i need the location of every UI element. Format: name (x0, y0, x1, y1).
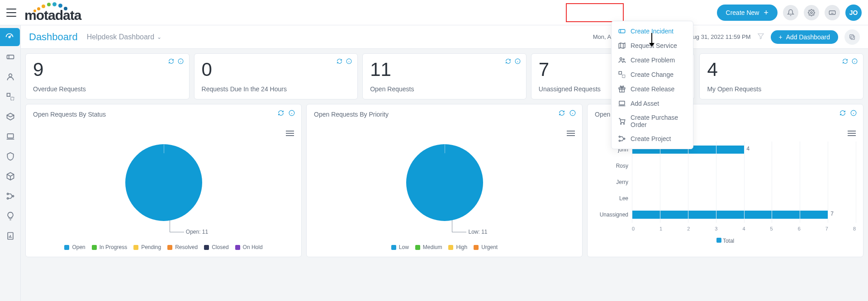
legend-item[interactable]: Closed (204, 244, 228, 250)
settings-button[interactable] (804, 5, 819, 20)
sidebar-item-security[interactable] (1, 147, 20, 165)
plus-icon: + (779, 33, 783, 41)
legend-item[interactable]: Pending (133, 244, 161, 250)
change-icon (618, 71, 626, 79)
svg-rect-8 (622, 75, 625, 78)
dropdown-item[interactable]: Create Problem (612, 53, 693, 67)
panel-menu-button[interactable] (286, 131, 294, 136)
svg-point-6 (623, 59, 624, 60)
nodes-icon (618, 135, 626, 143)
info-icon (178, 58, 184, 64)
axis-tick: 1 (659, 226, 662, 231)
kpi-label: Requests Due In the 24 Hours (202, 85, 351, 93)
panel-priority: Open Requests By Priority Low: 11 LowMed… (306, 104, 583, 257)
axis-tick: 6 (798, 226, 801, 231)
legend-status: OpenIn ProgressPendingResolvedClosedOn H… (33, 244, 294, 250)
svg-rect-4 (619, 29, 625, 33)
duplicate-button[interactable] (844, 29, 860, 45)
create-dropdown: Create IncidentRequest ServiceCreate Pro… (611, 21, 693, 149)
svg-point-23 (7, 198, 8, 199)
panel-menu-button[interactable] (848, 131, 856, 136)
nodes-icon (6, 192, 15, 201)
legend-item-label: In Progress (100, 244, 127, 250)
svg-point-15 (619, 140, 620, 141)
dropdown-item-label: Create Project (631, 135, 671, 142)
notifications-button[interactable] (783, 5, 798, 20)
sidebar-item-users[interactable] (1, 68, 20, 86)
legend-item[interactable]: Medium (415, 244, 442, 250)
bar-row-label: Jerry (595, 179, 632, 185)
gift-icon (618, 85, 626, 93)
dropdown-item[interactable]: Add Asset (612, 96, 693, 111)
brand-logo: motadata (24, 2, 81, 23)
refresh-icon (559, 110, 565, 116)
legend-item[interactable]: Resolved (167, 244, 198, 250)
refresh-button[interactable] (168, 58, 174, 66)
dropdown-item[interactable]: Create Release (612, 82, 693, 96)
info-button[interactable] (289, 110, 295, 118)
kpi-card[interactable]: 11Open Requests (362, 53, 526, 99)
svg-point-12 (621, 123, 621, 124)
filter-button[interactable] (757, 33, 764, 41)
arrow-down-icon (648, 33, 656, 47)
sidebar-item-knowledge[interactable] (1, 207, 20, 225)
info-button[interactable] (178, 58, 184, 66)
panel-menu-button[interactable] (567, 131, 575, 136)
slice-label: Low: 11 (468, 229, 487, 235)
dropdown-item-label: Add Asset (631, 100, 659, 107)
keyboard-button[interactable] (825, 5, 840, 20)
legend-item[interactable]: On Hold (235, 244, 263, 250)
sidebar-item-change[interactable] (1, 88, 20, 106)
sidebar-item-release[interactable] (1, 108, 20, 126)
info-icon (569, 110, 576, 116)
legend-item-label: Medium (423, 244, 442, 250)
refresh-button[interactable] (505, 58, 511, 66)
kpi-value: 4 (707, 60, 856, 79)
legend-item[interactable]: In Progress (92, 244, 127, 250)
info-button[interactable] (515, 58, 521, 66)
legend-item[interactable]: Urgent (474, 244, 498, 250)
svg-point-0 (811, 12, 812, 14)
refresh-button[interactable] (337, 58, 342, 66)
sidebar-item-dashboard[interactable] (0, 28, 20, 46)
kpi-card[interactable]: 9Overdue Requests (25, 53, 190, 99)
sidebar-item-reports[interactable] (1, 227, 20, 245)
svg-point-22 (7, 193, 8, 194)
info-icon (289, 110, 295, 116)
info-button[interactable] (850, 110, 857, 118)
panel-title: Open Requests By Priority (314, 111, 575, 118)
bar-row: Jerry (595, 174, 856, 190)
legend-item-label: On Hold (243, 244, 263, 250)
refresh-button[interactable] (559, 110, 565, 118)
kpi-value: 9 (33, 60, 182, 79)
sidebar-item-workflow[interactable] (1, 187, 20, 205)
info-button[interactable] (569, 110, 576, 118)
legend-item[interactable]: High (448, 244, 467, 250)
svg-point-13 (623, 123, 624, 124)
legend-item[interactable]: Open (64, 244, 85, 250)
dropdown-item[interactable]: Create Project (612, 132, 693, 146)
info-button[interactable] (346, 58, 352, 66)
dropdown-item[interactable]: Create Purchase Order (612, 111, 693, 132)
refresh-button[interactable] (278, 110, 284, 118)
refresh-button[interactable] (842, 58, 848, 66)
sidebar-item-tickets[interactable] (1, 48, 20, 66)
sidebar-item-cmdb[interactable] (1, 167, 20, 185)
kpi-label: Open Requests (370, 85, 519, 93)
user-avatar[interactable]: JO (845, 5, 862, 21)
dropdown-item[interactable]: Create Change (612, 67, 693, 82)
info-button[interactable] (852, 58, 858, 66)
create-new-label: Create New (726, 9, 759, 16)
legend-item[interactable]: Low (391, 244, 409, 250)
dashboard-selector[interactable]: Helpdesk Dashboard ⌄ (87, 33, 161, 41)
menu-toggle[interactable] (6, 9, 16, 17)
cube-icon (6, 172, 15, 181)
refresh-button[interactable] (840, 110, 846, 118)
kpi-card[interactable]: 0Requests Due In the 24 Hours (194, 53, 358, 99)
kpi-card[interactable]: 4My Open Requests (699, 53, 863, 99)
change-icon (6, 92, 15, 101)
panel-status: Open Requests By Status Open: 11 OpenIn … (25, 104, 302, 257)
add-dashboard-button[interactable]: + Add Dashboard (771, 30, 838, 44)
create-new-button[interactable]: Create New + (717, 5, 778, 21)
sidebar-item-assets[interactable] (1, 127, 20, 146)
